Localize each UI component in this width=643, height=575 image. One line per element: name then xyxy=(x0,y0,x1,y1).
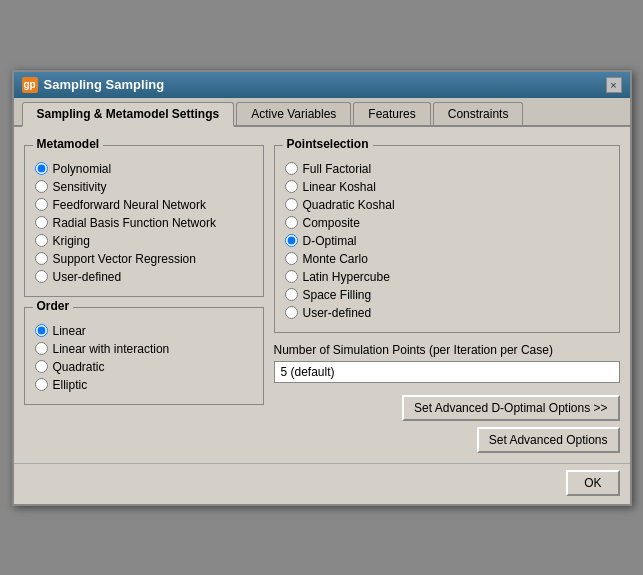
order-group: Order Linear Linear with interaction Qua… xyxy=(24,307,264,405)
left-column: Metamodel Polynomial Sensitivity Feedfor… xyxy=(24,137,264,453)
right-column: Pointselection Full Factorial Linear Kos… xyxy=(274,137,620,453)
metamodel-rbf[interactable]: Radial Basis Function Network xyxy=(35,216,253,230)
close-button[interactable]: × xyxy=(606,77,622,93)
action-buttons: Set Advanced D-Optimal Options >> Set Ad… xyxy=(274,395,620,453)
tab-active-variables[interactable]: Active Variables xyxy=(236,102,351,125)
ps-latin-hypercube[interactable]: Latin Hypercube xyxy=(285,270,609,284)
tab-sampling[interactable]: Sampling & Metamodel Settings xyxy=(22,102,235,127)
ps-quadratic-koshal[interactable]: Quadratic Koshal xyxy=(285,198,609,212)
ps-linear-koshal[interactable]: Linear Koshal xyxy=(285,180,609,194)
order-linear-interaction[interactable]: Linear with interaction xyxy=(35,342,253,356)
simulation-points-section: Number of Simulation Points (per Iterati… xyxy=(274,343,620,391)
tab-bar: Sampling & Metamodel Settings Active Var… xyxy=(14,98,630,127)
app-icon: gp xyxy=(22,77,38,93)
pointselection-group: Pointselection Full Factorial Linear Kos… xyxy=(274,145,620,333)
metamodel-svr[interactable]: Support Vector Regression xyxy=(35,252,253,266)
titlebar: gp Sampling Sampling × xyxy=(14,72,630,98)
tab-constraints[interactable]: Constraints xyxy=(433,102,524,125)
order-elliptic[interactable]: Elliptic xyxy=(35,378,253,392)
metamodel-feedforward[interactable]: Feedforward Neural Network xyxy=(35,198,253,212)
ps-composite[interactable]: Composite xyxy=(285,216,609,230)
advanced-d-optimal-button[interactable]: Set Advanced D-Optimal Options >> xyxy=(402,395,619,421)
pointselection-group-title: Pointselection xyxy=(283,137,373,151)
bottom-bar: OK xyxy=(14,463,630,504)
metamodel-sensitivity[interactable]: Sensitivity xyxy=(35,180,253,194)
advanced-options-button[interactable]: Set Advanced Options xyxy=(477,427,620,453)
window-title: Sampling Sampling xyxy=(44,77,165,92)
metamodel-group-title: Metamodel xyxy=(33,137,104,151)
ps-d-optimal[interactable]: D-Optimal xyxy=(285,234,609,248)
ps-full-factorial[interactable]: Full Factorial xyxy=(285,162,609,176)
tab-features[interactable]: Features xyxy=(353,102,430,125)
metamodel-kriging[interactable]: Kriging xyxy=(35,234,253,248)
order-linear[interactable]: Linear xyxy=(35,324,253,338)
order-quadratic[interactable]: Quadratic xyxy=(35,360,253,374)
ps-monte-carlo[interactable]: Monte Carlo xyxy=(285,252,609,266)
content-area: Metamodel Polynomial Sensitivity Feedfor… xyxy=(14,127,630,463)
metamodel-user-defined[interactable]: User-defined xyxy=(35,270,253,284)
ok-button[interactable]: OK xyxy=(566,470,619,496)
ps-user-defined[interactable]: User-defined xyxy=(285,306,609,320)
simulation-points-label: Number of Simulation Points (per Iterati… xyxy=(274,343,620,357)
metamodel-polynomial[interactable]: Polynomial xyxy=(35,162,253,176)
simulation-points-input[interactable] xyxy=(274,361,620,383)
main-window: gp Sampling Sampling × Sampling & Metamo… xyxy=(12,70,632,506)
order-group-title: Order xyxy=(33,299,74,313)
metamodel-group: Metamodel Polynomial Sensitivity Feedfor… xyxy=(24,145,264,297)
titlebar-left: gp Sampling Sampling xyxy=(22,77,165,93)
ps-space-filling[interactable]: Space Filling xyxy=(285,288,609,302)
main-columns: Metamodel Polynomial Sensitivity Feedfor… xyxy=(24,137,620,453)
